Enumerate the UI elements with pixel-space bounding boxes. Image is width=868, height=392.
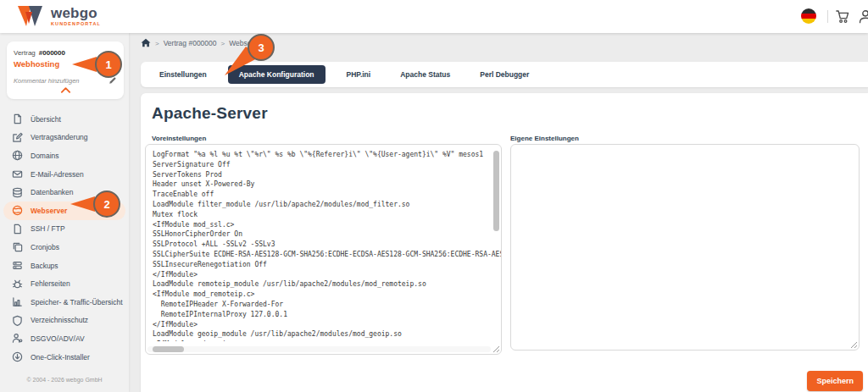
sidebar-item-label: Fehlerseiten — [31, 279, 70, 288]
mail-icon — [12, 168, 23, 179]
sidebar-item-label: Cronjobs — [31, 243, 59, 251]
file-icon — [12, 224, 23, 235]
sidebar-item-backups[interactable]: Backups — [0, 257, 129, 275]
account-person-icon[interactable] — [858, 9, 868, 24]
sidebar-item-label: Übersicht — [31, 115, 61, 124]
webserver-icon — [12, 205, 23, 216]
sidebar-item-label: Datenbanken — [31, 188, 74, 196]
tab-php-ini[interactable]: PHP.ini — [338, 66, 380, 83]
resize-grip-icon[interactable] — [492, 345, 500, 353]
breadcrumb-item-vertrag[interactable]: Vertrag #000000 — [164, 39, 217, 47]
copyright-text: © 2004 - 2026 webgo GmbH — [0, 377, 129, 383]
comment-placeholder: Kommentar hinzufügen — [14, 77, 80, 85]
edit-icon — [12, 132, 23, 143]
sidebar-item-one-click-installer[interactable]: One-Click-Installer — [0, 348, 129, 367]
sidebar-item-domains[interactable]: Domains — [0, 146, 129, 165]
contract-number: #000000 — [39, 49, 65, 57]
person-key-icon — [12, 333, 23, 344]
cronjobs-icon — [12, 241, 23, 252]
callout-badge-3: 3 — [222, 33, 276, 79]
webgo-logo-icon — [17, 4, 46, 28]
vertical-scrollbar-thumb[interactable] — [493, 151, 499, 231]
page-title: Apache-Server — [152, 104, 268, 123]
custom-config-textarea[interactable] — [510, 144, 860, 351]
callout-number: 1 — [105, 58, 111, 71]
language-flag-german-icon[interactable] — [801, 8, 816, 24]
home-icon[interactable] — [141, 38, 151, 47]
preset-config-text: LogFormat "%a %l %u %t \"%r\" %s %b \"%{… — [146, 145, 501, 341]
resize-grip-icon[interactable] — [849, 340, 858, 349]
sidebar-item-label: One-Click-Installer — [31, 353, 90, 362]
sidebar-item-label: DSGVO/ADV/AV — [31, 334, 85, 343]
sidebar-item-label: Verzeichnisschutz — [31, 316, 88, 324]
contract-label: Vertrag — [14, 49, 36, 57]
install-download-icon — [12, 351, 23, 362]
sidebar-item-label: Speicher- & Traffic-Übersicht — [31, 298, 123, 306]
logo-subtitle: KUNDENPORTAL — [51, 21, 101, 26]
custom-config-text — [511, 145, 859, 155]
collapse-chevron-up-icon[interactable] — [60, 86, 71, 93]
shield-icon — [12, 315, 23, 326]
sidebar-item-label: Domains — [31, 152, 59, 160]
sidebar-item-uebersicht[interactable]: Übersicht — [0, 110, 129, 129]
sidebar-item-verzeichnisschutz[interactable]: Verzeichnisschutz — [0, 312, 129, 330]
webgo-portal-page: webgo KUNDENPORTAL Vertrag#000000 Webhos… — [0, 0, 868, 392]
callout-number: 2 — [103, 198, 109, 211]
sidebar-item-label: Webserver — [31, 207, 67, 215]
save-button[interactable]: Speichern — [807, 371, 863, 391]
tab-einstellungen[interactable]: Einstellungen — [151, 66, 215, 83]
preset-config-textarea[interactable]: LogFormat "%a %l %u %t \"%r\" %s %b \"%{… — [145, 144, 502, 355]
cart-icon[interactable] — [835, 9, 850, 24]
sidebar-item-cronjobs[interactable]: Cronjobs — [0, 238, 129, 257]
sidebar-item-email-adressen[interactable]: E-Mail-Adressen — [0, 165, 129, 184]
apache-server-panel: Apache-Server Voreinstellungen LogFormat… — [141, 93, 868, 392]
sidebar-item-label: SSH / FTP — [31, 224, 65, 233]
bug-icon — [12, 279, 23, 290]
tab-perl-debugger[interactable]: Perl Debugger — [471, 66, 537, 83]
document-icon — [12, 113, 23, 124]
horizontal-scrollbar[interactable] — [147, 346, 491, 352]
sidebar-nav: Übersicht Vertragsänderung Domains E-Mai… — [0, 110, 129, 366]
breadcrumb-separator: > — [155, 40, 159, 47]
custom-label: Eigene Einstellungen — [510, 135, 579, 142]
sidebar-item-ssh-ftp[interactable]: SSH / FTP — [0, 220, 129, 239]
callout-badge-2: 2 — [70, 189, 122, 220]
sidebar-item-dsgvo[interactable]: DSGVO/ADV/AV — [0, 329, 129, 348]
sidebar-item-label: Vertragsänderung — [31, 133, 88, 141]
sidebar-item-label: Backups — [31, 262, 58, 270]
top-header: webgo KUNDENPORTAL — [0, 0, 868, 33]
sidebar-item-vertragsaenderung[interactable]: Vertragsänderung — [0, 129, 129, 147]
preset-label: Voreinstellungen — [152, 135, 206, 142]
horizontal-scrollbar-thumb[interactable] — [153, 346, 184, 352]
sidebar-item-label: E-Mail-Adressen — [31, 170, 84, 179]
sidebar-item-speicher-traffic[interactable]: Speicher- & Traffic-Übersicht — [0, 293, 129, 312]
sidebar-item-fehlerseiten[interactable]: Fehlerseiten — [0, 274, 129, 293]
header-divider — [827, 10, 828, 23]
database-icon — [12, 187, 23, 198]
callout-number: 3 — [258, 41, 264, 54]
webgo-logo[interactable]: webgo KUNDENPORTAL — [17, 4, 101, 28]
tab-apache-status[interactable]: Apache Status — [392, 66, 459, 83]
chart-icon — [12, 296, 23, 307]
globe-icon — [12, 150, 23, 161]
server-stack-icon — [12, 260, 23, 271]
callout-badge-1: 1 — [71, 49, 124, 80]
logo-title: webgo — [51, 6, 101, 20]
